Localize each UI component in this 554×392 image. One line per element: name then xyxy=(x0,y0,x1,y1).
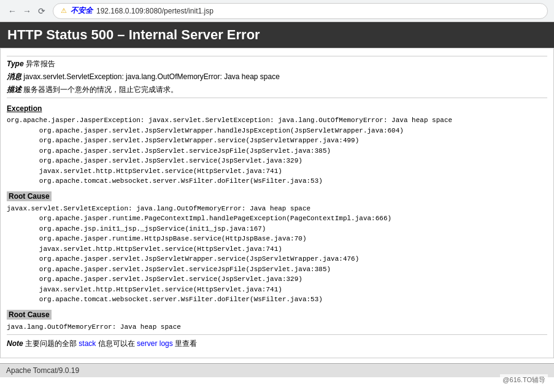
security-label: 不安全 xyxy=(71,6,93,16)
footer-bar: Apache Tomcat/9.0.19 xyxy=(0,363,554,377)
description-label: 描述 xyxy=(7,85,21,94)
note-text3: 里查看 xyxy=(175,339,197,348)
exception-header: Exception xyxy=(7,104,42,113)
http-status-title: HTTP Status 500 – Internal Server Error xyxy=(7,27,260,42)
root-cause-2-lines: java.lang.OutOfMemoryError: Java heap sp… xyxy=(7,322,547,332)
note-text1: 主要问题的全部 xyxy=(25,339,77,348)
footer-text: Apache Tomcat/9.0.19 xyxy=(6,366,79,375)
root-cause-1-lines: javax.servlet.ServletException: java.lan… xyxy=(7,204,547,305)
message-label: 消息 xyxy=(7,72,21,81)
root-cause-1-header: Root Cause xyxy=(7,191,52,201)
page-content: HTTP Status 500 – Internal Server Error … xyxy=(0,22,554,377)
http-status-header: HTTP Status 500 – Internal Server Error xyxy=(0,22,554,48)
address-bar[interactable]: ⚠ 不安全 192.168.0.109:8080/pertest/init1.j… xyxy=(53,3,548,19)
description-row: 描述 服务器遇到一个意外的情况，阻止它完成请求。 xyxy=(7,85,547,95)
main-body: Type 异常报告 消息 javax.servlet.ServletExcept… xyxy=(0,48,554,358)
type-row: Type 异常报告 xyxy=(7,59,547,69)
security-icon: ⚠ xyxy=(61,7,67,15)
type-value: 异常报告 xyxy=(26,60,55,68)
nav-buttons: ← → ⟳ xyxy=(6,5,48,17)
divider-top xyxy=(7,56,547,56)
note-row: Note 主要问题的全部 stack 信息可以在 server logs 里查看 xyxy=(7,339,547,349)
browser-bar: ← → ⟳ ⚠ 不安全 192.168.0.109:8080/pertest/i… xyxy=(0,0,554,22)
watermark: @616.TO辅导 xyxy=(500,374,548,377)
description-value: 服务器遇到一个意外的情况，阻止它完成请求。 xyxy=(23,85,178,94)
message-value: javax.servlet.ServletException: java.lan… xyxy=(23,72,280,81)
back-button[interactable]: ← xyxy=(6,5,18,17)
note-text2: 信息可以在 xyxy=(98,339,135,348)
divider-1 xyxy=(7,98,547,98)
exception-lines: org.apache.jasper.JasperException: javax… xyxy=(7,115,547,186)
divider-2 xyxy=(7,334,547,335)
root-cause-2-section: Root Cause java.lang.OutOfMemoryError: J… xyxy=(7,306,547,332)
url-text: 192.168.0.109:8080/pertest/init1.jsp xyxy=(96,7,214,15)
refresh-button[interactable]: ⟳ xyxy=(36,5,48,17)
type-label: Type xyxy=(7,60,24,68)
stack-link[interactable]: stack xyxy=(79,339,96,348)
exception-section: Exception org.apache.jasper.JasperExcept… xyxy=(7,101,547,186)
server-logs-link[interactable]: server logs xyxy=(137,339,173,348)
root-cause-1-section: Root Cause javax.servlet.ServletExceptio… xyxy=(7,188,547,305)
message-row: 消息 javax.servlet.ServletException: java.… xyxy=(7,72,547,82)
forward-button[interactable]: → xyxy=(21,5,33,17)
root-cause-2-header: Root Cause xyxy=(7,310,52,320)
note-label: Note xyxy=(7,339,23,348)
